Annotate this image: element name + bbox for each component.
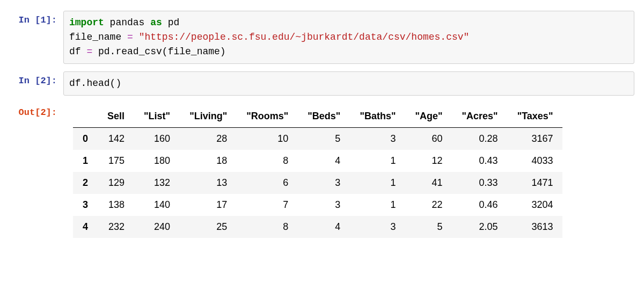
string-literal: "https://people.sc.fsu.edu/~jburkardt/da… <box>139 32 470 42</box>
table-row: 4 232 240 25 8 4 3 5 2.05 3613 <box>73 216 562 238</box>
output-cell-2: Out[2]: Sell "List" "Living" "Rooms" "Be… <box>10 103 634 238</box>
row-index: 4 <box>73 216 98 238</box>
table-cell: 13 <box>180 172 237 194</box>
table-cell: 160 <box>134 128 180 150</box>
column-header: "List" <box>134 105 180 128</box>
table-row: 2 129 132 13 6 3 1 41 0.33 1471 <box>73 172 562 194</box>
table-corner-cell <box>73 105 98 128</box>
table-cell: 41 <box>405 172 452 194</box>
table-cell: 2.05 <box>452 216 508 238</box>
row-index: 1 <box>73 150 98 172</box>
table-cell: 4 <box>298 150 350 172</box>
code-cell-2: In [2]: df.head() <box>10 71 634 96</box>
table-cell: 5 <box>405 216 452 238</box>
code-input-1[interactable]: import pandas as pd file_name = "https:/… <box>63 11 634 64</box>
table-body: 0 142 160 28 10 5 3 60 0.28 3167 1 175 1… <box>73 128 562 238</box>
input-prompt-1: In [1]: <box>10 11 63 25</box>
column-header: "Baths" <box>350 105 405 128</box>
table-cell: 28 <box>180 128 237 150</box>
code-text: file_name <box>69 32 127 42</box>
table-cell: 1471 <box>508 172 563 194</box>
code-text: df.head() <box>69 78 121 89</box>
row-index: 2 <box>73 172 98 194</box>
table-row: 0 142 160 28 10 5 3 60 0.28 3167 <box>73 128 562 150</box>
table-cell: 12 <box>405 150 452 172</box>
table-cell: 232 <box>98 216 134 238</box>
code-text: df <box>69 46 86 57</box>
column-header: "Taxes" <box>508 105 563 128</box>
table-cell: 140 <box>134 194 180 216</box>
table-header-row: Sell "List" "Living" "Rooms" "Beds" "Bat… <box>73 105 562 128</box>
column-header: "Age" <box>405 105 452 128</box>
operator-equals: = <box>86 46 92 57</box>
table-cell: 60 <box>405 128 452 150</box>
keyword-import: import <box>69 17 104 28</box>
keyword-as: as <box>150 17 162 28</box>
table-row: 1 175 180 18 8 4 1 12 0.43 4033 <box>73 150 562 172</box>
table-cell: 3 <box>298 172 350 194</box>
table-cell: 7 <box>237 194 298 216</box>
output-area-2: Sell "List" "Living" "Rooms" "Beds" "Bat… <box>63 103 634 238</box>
table-cell: 22 <box>405 194 452 216</box>
table-cell: 3613 <box>508 216 563 238</box>
table-cell: 0.28 <box>452 128 508 150</box>
table-cell: 180 <box>134 150 180 172</box>
table-cell: 132 <box>134 172 180 194</box>
operator-equals: = <box>127 32 133 42</box>
table-cell: 129 <box>98 172 134 194</box>
column-header: Sell <box>98 105 134 128</box>
table-cell: 4 <box>298 216 350 238</box>
table-cell: 138 <box>98 194 134 216</box>
table-cell: 18 <box>180 150 237 172</box>
row-index: 3 <box>73 194 98 216</box>
table-cell: 4033 <box>508 150 563 172</box>
table-cell: 1 <box>350 194 405 216</box>
table-row: 3 138 140 17 7 3 1 22 0.46 3204 <box>73 194 562 216</box>
table-cell: 3167 <box>508 128 563 150</box>
output-prompt-2: Out[2]: <box>10 103 63 118</box>
table-cell: 1 <box>350 150 405 172</box>
table-cell: 0.43 <box>452 150 508 172</box>
table-cell: 8 <box>237 216 298 238</box>
column-header: "Living" <box>180 105 237 128</box>
table-cell: 8 <box>237 150 298 172</box>
table-cell: 25 <box>180 216 237 238</box>
table-cell: 5 <box>298 128 350 150</box>
input-prompt-2: In [2]: <box>10 71 63 86</box>
table-cell: 0.46 <box>452 194 508 216</box>
table-cell: 6 <box>237 172 298 194</box>
table-cell: 1 <box>350 172 405 194</box>
table-cell: 0.33 <box>452 172 508 194</box>
table-cell: 17 <box>180 194 237 216</box>
table-cell: 3 <box>350 128 405 150</box>
table-cell: 3 <box>298 194 350 216</box>
row-index: 0 <box>73 128 98 150</box>
table-cell: 240 <box>134 216 180 238</box>
table-header: Sell "List" "Living" "Rooms" "Beds" "Bat… <box>73 105 562 128</box>
dataframe-table: Sell "List" "Living" "Rooms" "Beds" "Bat… <box>73 105 562 238</box>
code-text: pd.read_csv(file_name) <box>92 46 225 57</box>
code-input-2[interactable]: df.head() <box>63 71 634 96</box>
code-text: pandas <box>104 17 150 28</box>
column-header: "Acres" <box>452 105 508 128</box>
table-cell: 10 <box>237 128 298 150</box>
code-text <box>133 32 139 42</box>
table-cell: 175 <box>98 150 134 172</box>
table-cell: 142 <box>98 128 134 150</box>
table-cell: 3 <box>350 216 405 238</box>
column-header: "Rooms" <box>237 105 298 128</box>
table-cell: 3204 <box>508 194 563 216</box>
code-text: pd <box>162 17 179 28</box>
column-header: "Beds" <box>298 105 350 128</box>
code-cell-1: In [1]: import pandas as pd file_name = … <box>10 11 634 64</box>
